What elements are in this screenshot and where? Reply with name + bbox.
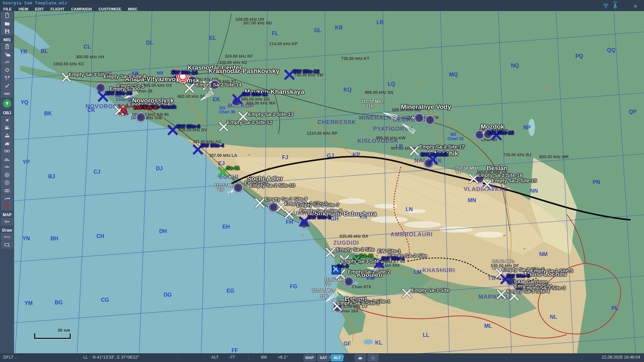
sam-site-label[interactable]: Empty Sa-2 Site-7	[297, 202, 339, 208]
radar-unit-icon[interactable]	[136, 112, 146, 122]
save-mission-button[interactable]	[1, 28, 13, 35]
helicopter-group-button[interactable]	[1, 124, 13, 131]
menu-item-misc[interactable]: MISC	[124, 7, 141, 11]
radio-frequency-label: 62°	[218, 188, 224, 192]
static-icon	[3, 148, 11, 154]
grid-square-label: MQ	[449, 72, 458, 78]
cursor-coordinates: N 41°13'33", E 37°06'22"	[93, 355, 139, 360]
menu-item-view[interactable]: VIEW	[15, 7, 32, 11]
sam-site-label[interactable]: Empty Sa-2 Site-14	[196, 82, 241, 87]
briefing-button[interactable]	[1, 43, 13, 50]
waypoint-button[interactable]	[1, 164, 13, 171]
unit-x-marker[interactable]	[283, 208, 295, 221]
exclude-zone-button[interactable]	[1, 179, 13, 186]
delete-button[interactable]	[1, 203, 13, 210]
ship-group-button[interactable]	[1, 132, 13, 139]
sam-site-label[interactable]: Empty Sa-2 Site-15	[491, 178, 537, 183]
sam-site-label[interactable]: EW Site-1	[381, 255, 405, 261]
sam-site-label[interactable]: Empty Sa-3 Site-4	[507, 288, 550, 294]
template-button[interactable]	[1, 156, 13, 163]
unit-x-marker[interactable]	[232, 94, 243, 106]
sam-site-label[interactable]: Empty Sa-2 Site-17	[419, 144, 464, 149]
unit-x-marker[interactable]	[325, 247, 336, 259]
time-toggle[interactable]	[368, 354, 378, 361]
unit-x-marker[interactable]	[401, 288, 413, 300]
hills-icon	[3, 156, 11, 162]
grid-square-label: EL	[209, 35, 216, 41]
sam-site-label[interactable]: Empty Sa-2 Site-6	[300, 208, 342, 214]
menu-item-flight[interactable]: FLIGHT	[47, 7, 68, 11]
sam-site-label[interactable]: EW Site-2	[308, 214, 331, 220]
ground-units-visibility-toggle[interactable]	[355, 354, 366, 361]
sam-site-label[interactable]: Empty Sa-2 Site-1	[337, 300, 380, 306]
sam-site-label[interactable]: EW Site-4	[201, 142, 224, 148]
sam-site-label[interactable]: Empty Sa-2 Site-13	[248, 111, 293, 117]
menu-item-edit[interactable]: EDIT	[32, 7, 47, 11]
map-mode-button-alt[interactable]: ALT	[331, 354, 343, 361]
radar-unit-icon[interactable]	[233, 183, 243, 193]
sam-site-label[interactable]: Empty Sa-2 Site-5	[531, 268, 573, 274]
menu-item-campaign[interactable]: CAMPAIGN	[68, 7, 95, 11]
sam-site-label[interactable]: EW Nalchik	[421, 152, 448, 157]
map-mode-button-sat[interactable]: SAT	[317, 354, 329, 361]
profile-dropdown[interactable]: DFLT ⌄	[3, 355, 17, 360]
zones-icon	[3, 172, 11, 178]
sam-site-label[interactable]: EW Site-11	[242, 91, 268, 97]
trigger-zone-button[interactable]	[1, 67, 13, 74]
weather-button[interactable]	[1, 51, 13, 58]
unit-x-marker[interactable]	[254, 197, 266, 210]
menu-item-customize[interactable]: CUSTOMIZE	[95, 7, 125, 11]
sam-site-label[interactable]: EW Site-15	[488, 130, 514, 135]
close-icon[interactable]: ✕	[633, 3, 638, 9]
sam-site-label[interactable]: SA-3	[337, 263, 348, 269]
map-mode-button-map[interactable]: MAP	[304, 354, 316, 361]
start-mission-button[interactable]	[3, 99, 11, 108]
sam-site-label[interactable]: Empty Sa-2 Site-10	[250, 182, 295, 188]
grid-square-label: LN	[406, 206, 413, 213]
sam-site-label[interactable]: SA-11	[360, 253, 374, 258]
static-object-button[interactable]	[1, 148, 13, 155]
sam-site-label[interactable]: Empty Sa-3 Site-8	[104, 73, 146, 79]
group-layers-button[interactable]	[1, 187, 13, 194]
sam-site-label[interactable]: Empty Sa-2 Site	[336, 246, 374, 252]
trigger-sequence-button[interactable]	[1, 90, 13, 97]
sam-site-label[interactable]: Empty Sa-2 Site-12	[227, 119, 272, 125]
triggers-button[interactable]	[1, 59, 13, 66]
sam-site-label[interactable]: Sa-11	[226, 165, 239, 171]
grid-square-label: CL	[84, 44, 91, 50]
sam-site-label[interactable]: Empty Sa-2 Site-2	[348, 269, 390, 275]
grid-square-label: BH	[50, 236, 58, 242]
sam-site-label[interactable]: EW Site-5	[506, 273, 530, 279]
sam-site-label[interactable]: EW Site-10	[106, 90, 132, 96]
grid-square-label: FL	[272, 31, 278, 37]
measure-button[interactable]	[1, 233, 13, 240]
sam-site-label[interactable]: EW Site-12	[293, 68, 319, 74]
sam-site-label[interactable]: Empty Sa-3 Site	[411, 287, 449, 293]
conditions-button[interactable]	[1, 82, 13, 89]
unit-x-marker[interactable]	[118, 104, 129, 117]
goals-button[interactable]	[1, 74, 13, 81]
coord-mode-label[interactable]: LL	[83, 355, 88, 360]
sam-site-label[interactable]: EW Site-6	[177, 123, 200, 129]
radar-unit-icon[interactable]	[425, 115, 435, 125]
map-options-button[interactable]	[1, 218, 13, 225]
sam-site-label[interactable]: EW Site-8	[133, 105, 157, 110]
zone-button[interactable]	[1, 171, 13, 178]
unit-x-marker[interactable]	[409, 145, 420, 158]
new-mission-button[interactable]	[1, 12, 13, 19]
grid-square-label: CG	[101, 297, 109, 303]
radio-frequency-label: 1050.00 kHz KC	[53, 62, 84, 66]
open-mission-button[interactable]	[1, 20, 13, 27]
unit-x-marker[interactable]	[496, 289, 507, 301]
airplane-group-button[interactable]	[1, 116, 13, 123]
radio-frequency-label: 110.30 MHz	[312, 288, 334, 293]
radio-frequency-label: 730.00 kHz KT	[341, 56, 369, 61]
vehicle-group-button[interactable]	[1, 140, 13, 147]
sam-site-label[interactable]: EW Site-14	[171, 69, 198, 75]
select-rect-button[interactable]	[1, 241, 13, 248]
sam-site-label[interactable]: Empty Sa-2 Site-16	[477, 172, 522, 178]
shapes-button[interactable]	[1, 195, 13, 202]
menu-item-file[interactable]: FILE	[0, 7, 15, 11]
altitude-value: -77	[229, 355, 235, 360]
unit-x-marker[interactable]	[184, 82, 195, 95]
